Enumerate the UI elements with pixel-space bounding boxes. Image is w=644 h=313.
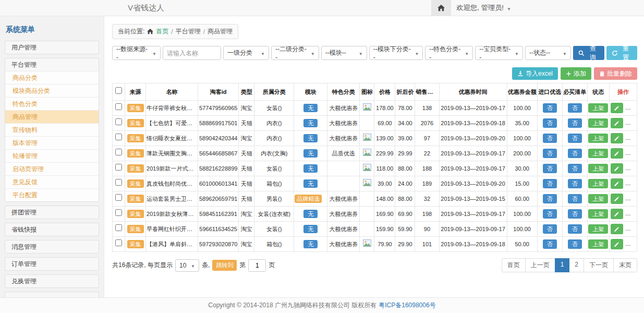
sidebar-item[interactable]: 兑换管理 [5,275,99,287]
sidebar-item[interactable] [5,292,99,297]
status-button[interactable]: 上架 [588,164,608,173]
filter-select[interactable]: --二级分类-- [271,46,319,60]
status-button[interactable]: 上架 [588,224,608,234]
sidebar-subitem[interactable]: 版本管理 [5,136,99,149]
filter-select[interactable]: --模块-- [321,46,367,60]
edit-button[interactable] [611,224,623,234]
imported-toggle-button[interactable]: 否 [543,224,557,234]
must-buy-toggle-button[interactable]: 否 [568,239,582,249]
icp-link[interactable]: 粤ICP备16098006号 [379,301,435,310]
must-buy-toggle-button[interactable]: 否 [568,194,582,203]
filter-select[interactable]: --宝贝类型-- [475,46,523,60]
page-button[interactable]: 下一页 [584,258,614,272]
page-button[interactable]: 1 [555,258,570,272]
status-button[interactable]: 上架 [588,239,608,249]
jump-button[interactable]: 跳转到 [212,260,237,271]
delete-button[interactable] [626,209,637,219]
must-buy-toggle-button[interactable]: 否 [568,209,582,219]
must-buy-toggle-button[interactable]: 否 [568,103,582,113]
imported-toggle-button[interactable]: 否 [543,118,557,128]
add-button[interactable]: 添加 [561,67,591,80]
filter-select[interactable]: --特色分类-- [425,46,473,60]
delete-button[interactable] [626,239,637,249]
select-all-checkbox[interactable] [115,87,122,94]
must-buy-toggle-button[interactable]: 否 [568,118,582,128]
must-buy-toggle-button[interactable]: 否 [568,224,582,234]
sidebar-item[interactable]: 消息管理 [5,240,99,253]
imported-toggle-button[interactable]: 否 [543,179,557,188]
must-buy-toggle-button[interactable]: 否 [568,134,582,143]
page-button[interactable]: 首页 [502,258,526,272]
status-button[interactable]: 上架 [588,209,608,219]
row-checkbox[interactable] [115,149,122,155]
page-button[interactable]: 末页 [613,258,637,272]
edit-button[interactable] [611,103,623,113]
delete-button[interactable] [626,103,637,113]
sidebar-item[interactable]: 省钱快报 [5,223,99,236]
row-checkbox[interactable] [115,179,122,186]
must-buy-toggle-button[interactable]: 否 [568,179,582,188]
delete-button[interactable] [626,118,637,128]
filter-select[interactable]: 一级分类 [223,46,269,60]
name-search-input[interactable] [163,46,221,60]
row-checkbox[interactable] [115,209,122,216]
delete-button[interactable] [626,224,637,234]
row-checkbox[interactable] [115,164,122,171]
filter-select[interactable]: --状态-- [525,46,571,60]
sidebar-subitem[interactable]: 宣传物料 [5,123,99,136]
delete-button[interactable] [626,133,637,143]
imported-toggle-button[interactable]: 否 [543,103,557,113]
delete-button[interactable] [626,163,637,174]
breadcrumb-home-link[interactable]: 首页 [156,27,168,36]
delete-button[interactable] [626,194,637,204]
page-button[interactable]: 上一页 [525,258,555,272]
status-button[interactable]: 上架 [588,134,608,143]
edit-button[interactable] [611,194,623,204]
sidebar-item[interactable]: 订单管理 [5,258,99,270]
search-button[interactable]: 查询 [573,46,604,60]
sidebar-item[interactable]: 拼团管理 [5,206,99,219]
sidebar-subitem[interactable]: 轮播管理 [5,149,99,162]
edit-button[interactable] [611,148,623,159]
status-button[interactable]: 上架 [588,103,608,113]
page-button[interactable]: 2 [569,258,584,272]
edit-button[interactable] [611,163,623,174]
sidebar-item[interactable]: 用户管理 [5,41,99,54]
sidebar-subitem[interactable]: 特色分类 [5,97,99,110]
sidebar-subitem[interactable]: 商品管理 [5,110,99,123]
sidebar-subitem[interactable]: 模块商品分类 [5,84,99,97]
edit-button[interactable] [611,239,623,249]
status-button[interactable]: 上架 [588,179,608,188]
status-button[interactable]: 上架 [588,149,608,158]
batch-delete-button[interactable]: 批量删除 [594,67,637,80]
row-checkbox[interactable] [115,239,122,246]
import-excel-button[interactable]: 导入excel [512,67,558,80]
delete-button[interactable] [626,178,637,189]
row-checkbox[interactable] [115,118,122,125]
imported-toggle-button[interactable]: 否 [543,149,557,158]
status-button[interactable]: 上架 [588,118,608,128]
delete-button[interactable] [626,148,637,159]
sidebar-subitem[interactable]: 商品分类 [5,71,99,84]
imported-toggle-button[interactable]: 否 [543,239,557,249]
row-checkbox[interactable] [115,103,122,110]
row-checkbox[interactable] [115,194,122,201]
imported-toggle-button[interactable]: 否 [543,209,557,219]
edit-button[interactable] [611,209,623,219]
page-number-input[interactable] [248,259,266,272]
user-menu[interactable]: 欢迎您, 管理员! [451,0,516,16]
must-buy-toggle-button[interactable]: 否 [568,149,582,158]
data-source-select[interactable]: --数据来源-- [112,46,161,60]
home-button[interactable] [431,0,451,16]
imported-toggle-button[interactable]: 否 [543,164,557,173]
sidebar-subitem[interactable]: 平台配置 [5,188,99,201]
edit-button[interactable] [611,178,623,189]
must-buy-toggle-button[interactable]: 否 [568,164,582,173]
filter-select[interactable]: --模块下分类-- [369,46,423,60]
reset-button[interactable]: 重置 [606,46,638,60]
sidebar-item[interactable]: 平台管理 [5,58,99,71]
sidebar-subitem[interactable]: 意见反馈 [5,175,99,188]
page-size-select[interactable]: 10 [175,259,199,272]
row-checkbox[interactable] [115,224,122,231]
row-checkbox[interactable] [115,134,122,140]
